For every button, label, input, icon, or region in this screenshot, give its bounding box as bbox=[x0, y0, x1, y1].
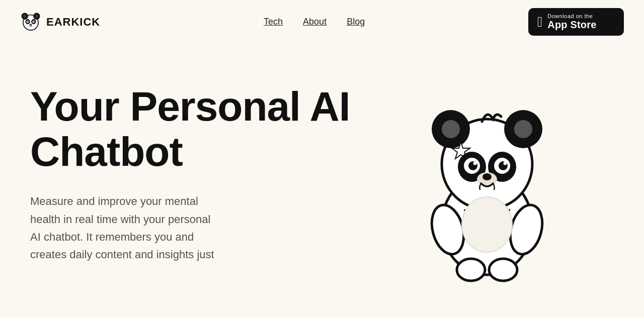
svg-point-15 bbox=[457, 259, 485, 281]
nav-blog[interactable]: Blog bbox=[347, 17, 365, 27]
svg-point-9 bbox=[27, 21, 29, 22]
svg-point-33 bbox=[504, 162, 507, 165]
svg-point-4 bbox=[35, 14, 39, 18]
svg-point-11 bbox=[30, 24, 32, 25]
svg-point-10 bbox=[33, 21, 35, 22]
svg-point-3 bbox=[23, 14, 27, 18]
hero-image-area bbox=[380, 74, 614, 285]
svg-point-16 bbox=[489, 259, 517, 281]
hero-description: Measure and improve your mental health i… bbox=[30, 192, 221, 263]
apple-icon:  bbox=[537, 15, 542, 29]
site-header: EARKICK Tech About Blog  Download on th… bbox=[0, 0, 644, 44]
earkick-logo-icon bbox=[20, 12, 41, 33]
hero-title-line1: Your Personal AI bbox=[30, 83, 350, 129]
svg-point-38 bbox=[514, 120, 532, 138]
app-store-text: Download on the App Store bbox=[547, 13, 596, 31]
nav-tech[interactable]: Tech bbox=[264, 17, 283, 27]
svg-point-37 bbox=[442, 120, 460, 138]
panda-illustration bbox=[417, 74, 557, 285]
app-store-button[interactable]:  Download on the App Store bbox=[528, 8, 624, 36]
hero-text-content: Your Personal AI Chatbot Measure and imp… bbox=[30, 74, 351, 263]
nav-about[interactable]: About bbox=[303, 17, 327, 27]
svg-point-35 bbox=[482, 173, 492, 180]
download-on-label: Download on the bbox=[547, 13, 596, 19]
main-nav: Tech About Blog bbox=[264, 17, 365, 27]
hero-section: Your Personal AI Chatbot Measure and imp… bbox=[0, 44, 644, 285]
svg-point-32 bbox=[473, 162, 477, 165]
hero-title-line2: Chatbot bbox=[30, 129, 183, 174]
svg-point-36 bbox=[462, 197, 512, 252]
logo-link[interactable]: EARKICK bbox=[20, 12, 100, 33]
app-store-name-label: App Store bbox=[547, 19, 596, 31]
logo-text: EARKICK bbox=[46, 16, 100, 29]
hero-title: Your Personal AI Chatbot bbox=[30, 84, 351, 174]
